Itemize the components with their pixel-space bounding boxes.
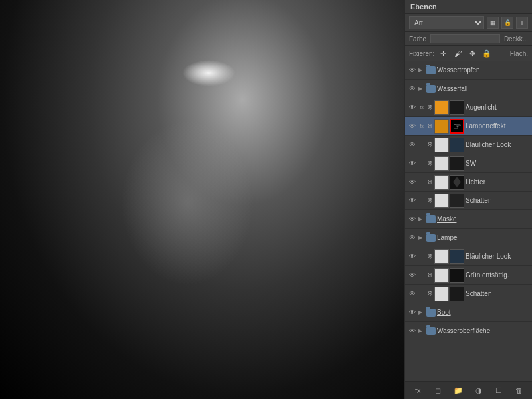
layer-mask-thumbnail: ☞ xyxy=(450,119,464,134)
delete-layer-button[interactable]: 🗑 xyxy=(513,384,525,396)
layer-name: Augenlicht xyxy=(466,104,529,111)
layer-name: Grün entsättig. xyxy=(466,271,529,279)
fix-toolbar: Fixieren: ✛ 🖌 ✥ 🔒 Flach. xyxy=(405,46,532,61)
thumb-container xyxy=(434,175,464,190)
visibility-icon[interactable]: 👁 xyxy=(408,178,417,187)
channel-icon[interactable]: ▦ xyxy=(487,17,499,29)
layer-name: Wasserfall xyxy=(437,85,529,92)
layer-thumbnail xyxy=(434,175,449,190)
expand-arrow[interactable]: ▶ xyxy=(418,309,425,315)
thumb-container xyxy=(434,287,464,301)
layer-mask-thumbnail xyxy=(450,249,464,264)
layers-list: 👁 ▶ Wassertropfen 👁 ▶ Wasserfall 👁 fx ⛓ … xyxy=(405,61,532,381)
expand-arrow[interactable]: ▶ xyxy=(418,235,425,241)
fx-icon: fx xyxy=(418,123,425,130)
expand-arrow[interactable]: ▶ xyxy=(418,67,425,73)
layer-mask-thumbnail xyxy=(450,100,464,115)
expand-arrow[interactable]: ▶ xyxy=(418,216,425,222)
layer-mask-thumbnail xyxy=(450,156,464,171)
new-layer-button[interactable]: ☐ xyxy=(493,384,505,396)
layer-name: Maske xyxy=(437,215,529,223)
visibility-icon[interactable]: 👁 xyxy=(408,196,417,205)
layer-adj-icon xyxy=(418,253,425,260)
folder-icon xyxy=(426,234,436,242)
layer-row[interactable]: 👁 fx ⛓ Augenlicht xyxy=(405,98,532,117)
chain-icon: ⛓ xyxy=(426,196,433,205)
expand-arrow[interactable]: ▶ xyxy=(418,328,425,334)
layer-row[interactable]: 👁 ▶ Wasserfall xyxy=(405,80,532,98)
add-mask-button[interactable]: ◻ xyxy=(432,384,444,396)
expand-arrow[interactable]: ▶ xyxy=(418,86,425,92)
folder-icon xyxy=(426,85,436,93)
layer-name: Lampe xyxy=(437,234,529,241)
visibility-icon[interactable]: 👁 xyxy=(408,327,417,336)
layer-thumbnail xyxy=(434,194,449,208)
chain-icon: ⛓ xyxy=(426,271,433,280)
visibility-icon[interactable]: 👁 xyxy=(408,66,417,75)
thumb-container xyxy=(434,268,464,283)
visibility-icon[interactable]: 👁 xyxy=(408,233,417,243)
thumb-container xyxy=(434,194,464,208)
visibility-icon[interactable]: 👁 xyxy=(408,103,417,112)
visibility-icon[interactable]: 👁 xyxy=(408,140,417,150)
lock-icon[interactable]: 🔒 xyxy=(501,17,513,29)
text-icon[interactable]: T xyxy=(516,17,528,29)
layer-thumbnail xyxy=(434,119,449,134)
thumb-container: ☞ xyxy=(434,119,464,134)
layer-mask-thumbnail xyxy=(450,138,464,152)
layer-thumbnail xyxy=(434,100,449,115)
thumb-container xyxy=(434,138,464,152)
layer-row[interactable]: 👁 ▶ Wassertropfen xyxy=(405,61,532,80)
visibility-icon[interactable]: 👁 xyxy=(408,122,417,131)
layer-thumbnail xyxy=(434,249,449,264)
new-group-button[interactable]: 📁 xyxy=(452,384,464,396)
visibility-icon[interactable]: 👁 xyxy=(408,289,417,299)
fix-brush-icon[interactable]: 🖌 xyxy=(452,47,464,59)
fx-button[interactable]: fx xyxy=(412,384,424,396)
visibility-icon[interactable]: 👁 xyxy=(408,271,417,280)
folder-icon xyxy=(426,215,436,223)
fix-pos-icon[interactable]: ✛ xyxy=(437,47,449,59)
thumb-container xyxy=(434,249,464,264)
panel-header: Ebenen xyxy=(405,0,532,14)
visibility-icon[interactable]: 👁 xyxy=(408,252,417,261)
layer-row[interactable]: 👁 ⛓ Bläulicher Look xyxy=(405,247,532,266)
fix-move-icon[interactable]: ✥ xyxy=(466,47,478,59)
layer-name: SW xyxy=(466,160,529,167)
layer-row[interactable]: 👁 ⛓ Schatten xyxy=(405,285,532,303)
layers-panel: Ebenen Art Normal Multiplizieren ▦ 🔒 T F… xyxy=(404,0,532,399)
chain-icon: ⛓ xyxy=(426,252,433,261)
color-opacity-toolbar: Farbe Deckk... xyxy=(405,32,532,46)
layer-mask-thumbnail xyxy=(450,268,464,283)
layer-row[interactable]: 👁 fx ⛓ ☞ Lampeneffekt xyxy=(405,117,532,136)
fix-lock-icon[interactable]: 🔒 xyxy=(481,47,493,59)
fx-icon: fx xyxy=(418,104,425,111)
layer-row[interactable]: 👁 ⛓ SW xyxy=(405,154,532,173)
visibility-icon[interactable]: 👁 xyxy=(408,159,417,168)
visibility-icon[interactable]: 👁 xyxy=(408,215,417,224)
layer-name: Boot xyxy=(437,309,529,316)
layer-adj-icon xyxy=(418,272,425,279)
layer-adj-icon xyxy=(418,179,425,186)
layer-name: Lichter xyxy=(466,178,529,186)
blend-mode-select[interactable]: Art Normal Multiplizieren xyxy=(409,16,484,29)
layer-row[interactable]: 👁 ⛓ Lichter xyxy=(405,173,532,192)
layer-name: Schatten xyxy=(466,290,529,297)
panel-bottom: fx ◻ 📁 ◑ ☐ 🗑 xyxy=(405,381,532,399)
new-adjustment-button[interactable]: ◑ xyxy=(473,384,485,396)
layer-thumbnail xyxy=(434,156,449,171)
layer-name: Wasseroberfläche xyxy=(437,327,529,334)
visibility-icon[interactable]: 👁 xyxy=(408,308,417,317)
layer-row[interactable]: 👁 ⛓ Schatten xyxy=(405,192,532,210)
layer-row[interactable]: 👁 ▶ Wasseroberfläche xyxy=(405,322,532,340)
layer-row[interactable]: 👁 ▶ Maske xyxy=(405,210,532,229)
visibility-icon[interactable]: 👁 xyxy=(408,84,417,94)
layer-row[interactable]: 👁 ⛓ Bläulicher Look xyxy=(405,136,532,154)
layer-row[interactable]: 👁 ▶ Boot xyxy=(405,303,532,322)
layer-name: Bläulicher Look xyxy=(466,253,529,260)
mode-toolbar: Art Normal Multiplizieren ▦ 🔒 T xyxy=(405,14,532,32)
layer-row[interactable]: 👁 ▶ Lampe xyxy=(405,229,532,247)
color-label: Farbe xyxy=(409,35,426,43)
layer-row[interactable]: 👁 ⛓ Grün entsättig. xyxy=(405,266,532,285)
fix-label: Fixieren: xyxy=(409,50,434,57)
